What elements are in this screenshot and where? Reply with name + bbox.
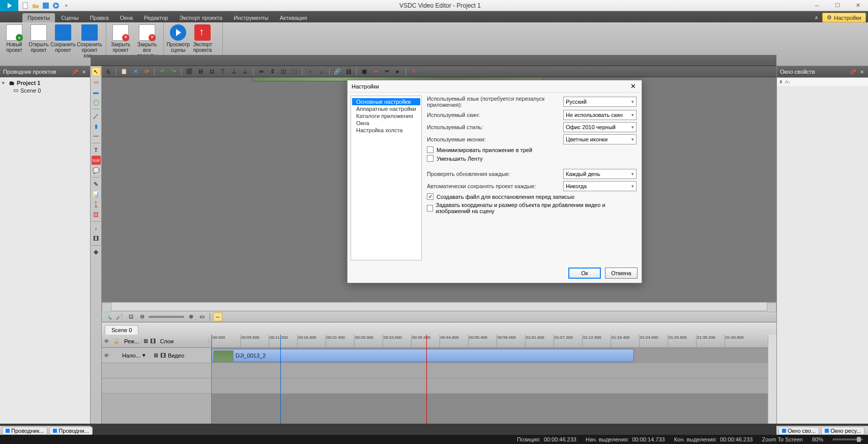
align-right-icon[interactable]: ⊡: [207, 67, 216, 76]
qat-save-icon[interactable]: [42, 2, 50, 10]
ribbon-tab-edit[interactable]: Правка: [84, 13, 113, 22]
eye-column-icon[interactable]: 👁: [104, 338, 111, 344]
preview-scene-button[interactable]: Просмотр сцены: [166, 22, 190, 59]
crop-icon[interactable]: ◫: [279, 67, 288, 76]
qat-open-icon[interactable]: [32, 2, 40, 10]
project-tree-root[interactable]: ▾ 🖿 Project 1: [2, 79, 88, 86]
close-button[interactable]: ✕: [848, 0, 868, 11]
ribbon-tab-projects[interactable]: Проекты: [22, 13, 55, 22]
tree-collapse-icon[interactable]: ▾: [2, 80, 7, 85]
expand-track-icon[interactable]: ⊞: [154, 352, 158, 359]
text-tool-icon[interactable]: T: [92, 145, 101, 155]
marker-icon[interactable]: ▸: [393, 67, 402, 76]
footer-tab-properties[interactable]: Окно сво...: [778, 427, 819, 435]
align-top-icon[interactable]: ⊤: [218, 67, 227, 76]
preview-scrollbar-h[interactable]: [102, 302, 776, 311]
unlink-icon[interactable]: ⛓: [344, 67, 353, 76]
panel-close-icon[interactable]: ✕: [81, 69, 87, 75]
close-all-button[interactable]: Закрыть все проекты: [133, 22, 161, 59]
track-eye-icon[interactable]: 👁: [104, 352, 111, 359]
ribbon-tab-scenes[interactable]: Сцены: [56, 13, 83, 22]
distribute-v-icon[interactable]: ⇕: [268, 67, 277, 76]
snap-toggle-icon[interactable]: ↔: [213, 312, 222, 321]
footer-tab-explorer[interactable]: Проводник...: [2, 427, 47, 435]
undo-icon[interactable]: ↶: [158, 67, 167, 76]
timeline-tab-scene[interactable]: Scene 0: [105, 325, 138, 335]
export-project-button[interactable]: Экспорт проекта: [190, 22, 215, 59]
qat-play-icon[interactable]: [52, 2, 60, 10]
person-tool-icon[interactable]: 🚶: [92, 200, 101, 209]
timeline-clip[interactable]: DJI_0013_2: [212, 349, 634, 362]
freehand-tool-icon[interactable]: 〰: [92, 132, 101, 141]
settings-button[interactable]: ⚙ Настройки: [822, 13, 866, 22]
line-tool-icon[interactable]: ／: [92, 111, 101, 121]
panel-close-icon[interactable]: ✕: [859, 69, 865, 75]
ellipse-tool-icon[interactable]: ◯: [92, 98, 101, 107]
cursor-tool-icon[interactable]: ↖: [92, 67, 101, 76]
autosave-select[interactable]: Никогда: [563, 181, 636, 191]
redo-icon[interactable]: ↷: [169, 67, 178, 76]
project-tree-scene[interactable]: ▭ Scene 0: [2, 86, 88, 94]
zoom-plus-icon[interactable]: ⊕: [186, 312, 195, 321]
timeline-track-header[interactable]: 👁 Нало... ▾ ⊞ 🎞 Видео: [102, 348, 211, 363]
fx-icon[interactable]: ✎: [409, 67, 418, 76]
timeline-track-empty[interactable]: [212, 363, 768, 378]
qat-new-icon[interactable]: [21, 2, 30, 10]
settings-tree-catalogs[interactable]: Каталоги приложения: [352, 112, 420, 120]
timeline-track-empty[interactable]: [212, 378, 768, 394]
coords-checkbox[interactable]: [427, 205, 433, 212]
cancel-button[interactable]: Отмена: [605, 268, 638, 279]
image-tool-icon[interactable]: 🖼: [92, 210, 101, 219]
footer-tab-resources[interactable]: Окно ресу...: [821, 427, 864, 435]
ungroup-icon[interactable]: ⬅: [371, 67, 380, 76]
tooltip-tool-icon[interactable]: 💬: [92, 166, 101, 175]
ribbon-checkbox[interactable]: [427, 155, 433, 162]
ribbon-tab-export[interactable]: Экспорт проекта: [174, 13, 227, 22]
open-project-button[interactable]: Открыть проект: [26, 22, 51, 59]
rect2-tool-icon[interactable]: ▬: [92, 87, 101, 97]
timeline-ruler[interactable]: 00.00000:05.60000:11.20000:16.80000:22.4…: [212, 335, 768, 348]
bring-front-icon[interactable]: ↑: [306, 67, 315, 76]
pin-icon[interactable]: 📌: [849, 69, 857, 75]
settings-tree-windows[interactable]: Окна: [352, 120, 420, 127]
app-logo[interactable]: [0, 0, 18, 11]
align-middle-icon[interactable]: ⊥: [229, 67, 239, 76]
delete-icon[interactable]: ✕: [131, 67, 140, 76]
tray-checkbox[interactable]: [427, 146, 433, 153]
new-project-button[interactable]: Новый проект: [2, 22, 26, 59]
sort-icon[interactable]: ⬍: [779, 79, 783, 84]
recovery-checkbox[interactable]: ✔: [427, 193, 433, 200]
status-zoom-mode[interactable]: Zoom To Screen: [762, 436, 803, 442]
lock-column-icon[interactable]: 🔒: [113, 338, 120, 344]
zoom-out-icon[interactable]: 🔎: [115, 312, 124, 321]
icons-select[interactable]: Цветные иконки: [563, 134, 636, 144]
distribute-h-icon[interactable]: ⇔: [256, 67, 266, 76]
in-point-marker[interactable]: [280, 335, 281, 424]
rect-tool-icon[interactable]: ▭: [92, 77, 101, 86]
close-project-button[interactable]: Закрыть проект: [108, 22, 133, 59]
paste-icon[interactable]: 📋: [120, 67, 129, 76]
skin-select[interactable]: Не использовать скин: [563, 110, 636, 120]
send-back-icon[interactable]: ↓: [317, 67, 326, 76]
chevron-down-icon[interactable]: ▾: [142, 352, 146, 359]
maximize-button[interactable]: ☐: [827, 0, 848, 11]
playhead[interactable]: [426, 335, 427, 424]
dialog-close-button[interactable]: ✕: [628, 82, 638, 91]
status-zoom-pct[interactable]: 80%: [812, 436, 823, 442]
ribbon-tab-tools[interactable]: Инструменты: [228, 13, 274, 22]
footer-tab-explorer2[interactable]: Проводни...: [49, 427, 93, 435]
align-bottom-icon[interactable]: ⊥: [241, 67, 250, 76]
copy-icon[interactable]: ⎘: [104, 67, 113, 76]
zoom-in-icon[interactable]: 🔍: [104, 312, 113, 321]
ribbon-tab-editor[interactable]: Редактор: [139, 13, 173, 22]
resize-icon[interactable]: ⬚: [290, 67, 299, 76]
rotate-icon[interactable]: ⟳: [142, 67, 151, 76]
pen-tool-icon[interactable]: ✎: [92, 180, 101, 189]
timeline-scrollbar-v[interactable]: [768, 335, 776, 424]
sort-az-icon[interactable]: A↓: [785, 79, 791, 84]
chart-tool-icon[interactable]: 📊: [92, 190, 101, 199]
audio-tool-icon[interactable]: ♪: [92, 224, 101, 233]
ribbon-tab-activation[interactable]: Активация: [275, 13, 312, 22]
zoom-minus-icon[interactable]: ⊖: [137, 312, 147, 321]
zoom-slider-status[interactable]: [832, 438, 863, 440]
